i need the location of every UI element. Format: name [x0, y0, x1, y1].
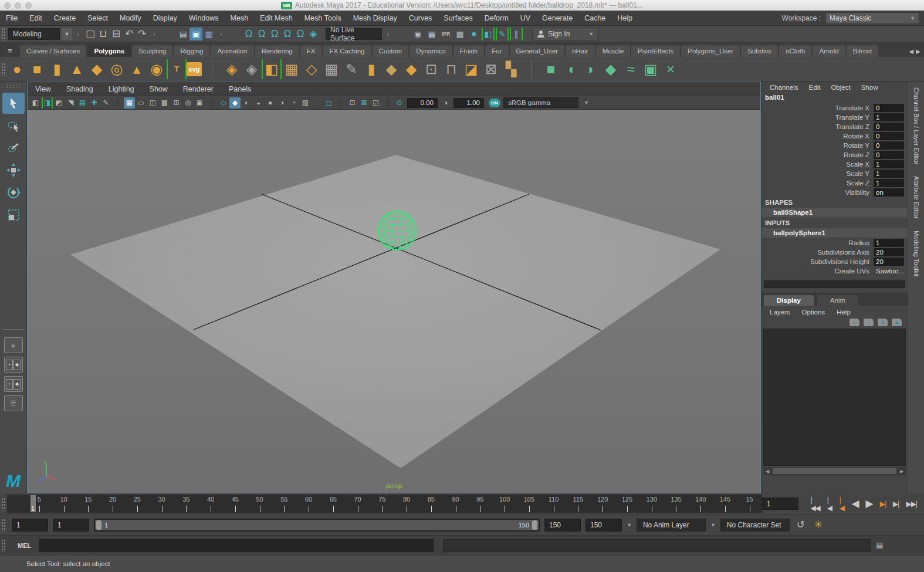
channel-label[interactable]: Subdivisions Height — [761, 258, 874, 265]
go-to-start-button[interactable]: |◀◀ — [807, 496, 823, 512]
remesh-cube-icon[interactable]: ◆ — [601, 59, 621, 79]
shelf-tab[interactable]: Arnold — [813, 45, 845, 57]
snap-curve-icon[interactable]: Ω — [255, 28, 268, 40]
render-settings-icon[interactable]: ▩ — [453, 28, 466, 40]
range-slider-bar[interactable]: 1 150 — [95, 520, 539, 530]
select-hierarchy-icon[interactable]: ▤ — [177, 28, 189, 40]
color-management-toggle[interactable]: ON — [489, 99, 500, 107]
curve-warp-icon[interactable]: ≈ — [621, 59, 641, 79]
menubar-item[interactable]: Help — [611, 14, 638, 22]
panel-menu-item[interactable]: Panels — [221, 85, 259, 93]
menubar-item[interactable]: Mesh Display — [347, 14, 403, 22]
menu-set-dropdown[interactable]: Modeling — [8, 28, 60, 40]
selected-object-name[interactable]: ball01 — [761, 93, 908, 103]
menubar-item[interactable]: Edit — [23, 14, 48, 22]
shelf-tab[interactable]: nHair — [566, 45, 594, 57]
playhead[interactable]: 1 — [31, 495, 36, 512]
range-end-handle[interactable] — [532, 520, 537, 530]
channel-value-field[interactable]: 1 — [874, 179, 904, 187]
live-surface-field[interactable]: No Live Surface — [326, 28, 382, 40]
safe-action-icon[interactable]: ◎ — [182, 97, 194, 109]
film-gate-icon[interactable]: ▭ — [136, 97, 147, 109]
symmetrize-icon[interactable]: ⊠ — [481, 59, 501, 79]
channel-label[interactable]: Scale Z — [761, 180, 874, 187]
section-divider[interactable]: › — [383, 30, 392, 38]
drag-grip[interactable] — [1, 519, 6, 532]
snapshot-icon[interactable]: ⊡ — [347, 97, 358, 109]
channel-label[interactable]: Subdivisions Axis — [761, 249, 874, 256]
menu-set-arrow[interactable]: ▼ — [62, 28, 72, 40]
channel-label[interactable]: Rotate Y — [761, 142, 874, 149]
shelf-tab[interactable]: Muscle — [596, 45, 630, 57]
boolean-intersection-icon[interactable]: ◗ — [581, 59, 601, 79]
poly-cylinder-icon[interactable]: ▮ — [47, 59, 67, 79]
scale-tool-button[interactable] — [2, 204, 25, 225]
scroll-right-icon[interactable]: ▶ — [898, 469, 906, 474]
layer-editor-menu-item[interactable]: Options — [796, 309, 831, 316]
poly-pyramid-icon[interactable]: ▴ — [127, 59, 147, 79]
shelf-tab[interactable]: Rendering — [255, 45, 299, 57]
shelf-tab[interactable]: Fluids — [453, 45, 485, 57]
add-empty-layer-icon[interactable]: + — [878, 319, 888, 326]
panel-menu-item[interactable]: Shading — [59, 85, 101, 93]
snap-projected-center-icon[interactable]: Ω — [281, 28, 294, 40]
channel-value-field[interactable]: 0 — [874, 123, 904, 131]
menubar-item[interactable]: UV — [515, 14, 536, 22]
drag-grip[interactable] — [1, 539, 6, 552]
poly-pipe-icon[interactable]: ◉ — [147, 59, 167, 79]
bevel-icon[interactable]: ◆ — [401, 59, 421, 79]
multi-component-icon[interactable]: ▦ — [282, 59, 302, 79]
grid-toggle-icon[interactable]: ▦ — [124, 97, 135, 109]
panel-menu-item[interactable]: View — [28, 85, 59, 93]
snap-point-icon[interactable]: Ω — [268, 28, 281, 40]
sidebar-vertical-tab[interactable]: Modeling Toolkit — [913, 225, 920, 283]
drag-grip[interactable] — [1, 63, 6, 76]
target-weld-icon[interactable]: ⊡ — [421, 59, 441, 79]
range-slider-track[interactable]: 1 150 — [94, 519, 540, 532]
menubar-item[interactable]: Curves — [403, 14, 438, 22]
gamma-field[interactable]: 1.00 — [453, 98, 484, 108]
make-live-icon[interactable]: ◈ — [307, 28, 320, 40]
camera-select-icon[interactable]: ◧ — [30, 97, 41, 109]
shelf-tab[interactable]: Custom — [373, 45, 409, 57]
use-all-lights-icon[interactable]: ◒ — [253, 97, 264, 109]
pan-zoom-icon[interactable]: ✚ — [89, 97, 100, 109]
shelf-scroll-left-icon[interactable]: ◀ — [909, 48, 914, 55]
sidebar-vertical-tab[interactable]: Attribute Editor — [913, 170, 920, 225]
chevron-down-icon[interactable]: ▼ — [579, 100, 594, 106]
scroll-left-icon[interactable]: ◀ — [763, 469, 771, 474]
shelf-tab[interactable]: PaintEffects — [631, 45, 680, 57]
symmetry-bars-icon[interactable]: ∥ — [510, 28, 523, 40]
viewport-canvas[interactable]: persp y — [28, 110, 760, 493]
motion-blur-icon[interactable]: ◔ — [288, 97, 299, 109]
mel-label[interactable]: MEL — [7, 542, 39, 549]
panel-menu-item[interactable]: Show — [142, 85, 175, 93]
camera-lock-icon[interactable]: ◨ — [42, 97, 53, 109]
shelf-scroll-right-icon[interactable]: ▶ — [916, 48, 920, 55]
auto-keyframe-icon[interactable]: ↺ — [794, 519, 807, 532]
channel-label[interactable]: Translate Y — [761, 114, 874, 121]
animation-start-field[interactable]: 1 — [12, 519, 48, 532]
four-pane-layout-button[interactable]: +◆ — [4, 357, 23, 373]
section-divider[interactable]: › — [216, 30, 226, 38]
shelf-tab[interactable]: Sculpting — [132, 45, 172, 57]
shadows-icon[interactable]: ● — [265, 97, 276, 109]
channel-value-field[interactable]: 1 — [874, 113, 904, 121]
play-forwards-button[interactable]: ▶ — [862, 497, 876, 510]
character-set-dropdown[interactable]: No Character Set — [720, 519, 790, 532]
viewport-toolbar-icon[interactable] — [382, 97, 393, 109]
two-pane-layout-button[interactable]: +◆ — [4, 376, 23, 392]
select-component-icon[interactable]: ▥ — [202, 28, 215, 40]
outliner-layout-button[interactable]: ☰ — [4, 395, 23, 411]
anim-layer-dropdown[interactable]: No Anim Layer — [637, 519, 706, 532]
sidebar-vertical-tab[interactable]: Channel Box / Layer Editor — [913, 82, 920, 170]
poly-plane-icon[interactable]: ◆ — [87, 59, 107, 79]
flip-triangle-icon[interactable]: ◪ — [461, 59, 481, 79]
gate-mask-icon[interactable]: ▩ — [159, 97, 170, 109]
camera-attributes-icon[interactable]: ◩ — [53, 97, 65, 109]
grease-pencil-icon[interactable]: ✎ — [100, 97, 111, 109]
display-layers-ball-icon[interactable]: ● — [468, 28, 480, 40]
smooth-icon[interactable]: ◈ — [222, 59, 242, 79]
chevron-down-icon[interactable]: ▼ — [627, 522, 632, 528]
current-frame-field[interactable]: 1 — [762, 497, 799, 510]
